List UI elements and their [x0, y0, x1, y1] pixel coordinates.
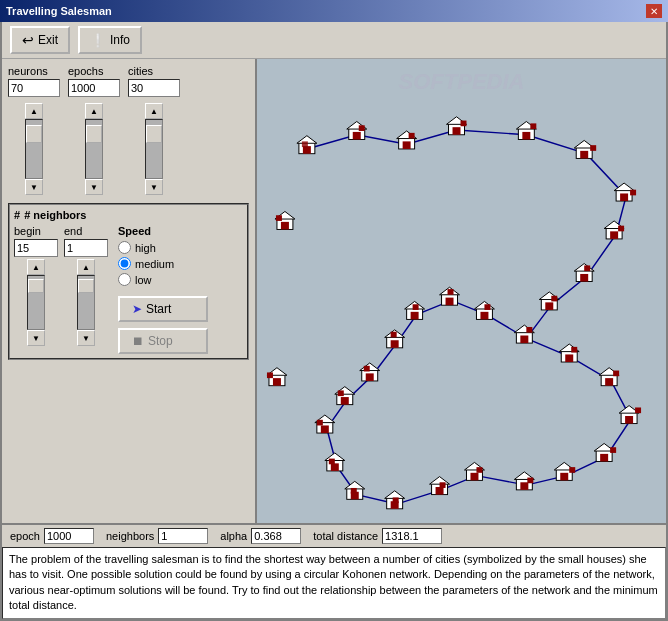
svg-rect-79 [351, 488, 357, 494]
svg-rect-91 [476, 467, 482, 473]
begin-scroller: ▲ ▼ [14, 259, 58, 346]
epoch-value[interactable] [44, 528, 94, 544]
svg-rect-110 [605, 378, 613, 386]
city-18 [315, 415, 335, 433]
city-24 [514, 472, 534, 490]
svg-rect-63 [364, 366, 370, 372]
neighbors-title: # # neighbors [14, 209, 243, 221]
city-22 [430, 477, 450, 495]
epoch-field: epoch [10, 528, 94, 544]
exit-button[interactable]: ↩ Exit [10, 26, 70, 54]
svg-rect-62 [366, 373, 374, 381]
city-7 [614, 183, 636, 201]
speed-medium-radio[interactable] [118, 257, 131, 270]
svg-rect-58 [391, 340, 399, 348]
neighbors-status-value[interactable] [158, 528, 208, 544]
epochs-down-button[interactable]: ▼ [85, 179, 103, 195]
epochs-label: epochs [68, 65, 120, 77]
neurons-track [25, 119, 43, 179]
svg-rect-86 [436, 487, 444, 495]
svg-rect-71 [317, 420, 323, 426]
svg-rect-30 [610, 231, 618, 239]
city-5 [516, 121, 536, 139]
speed-title: Speed [118, 225, 208, 237]
svg-rect-83 [393, 497, 399, 503]
svg-marker-85 [430, 477, 450, 485]
alpha-value[interactable] [251, 528, 301, 544]
action-buttons: ➤ Start ⏹ Stop [118, 296, 208, 354]
title-bar: Travelling Salesman ✕ [0, 0, 668, 22]
city-20 [345, 481, 365, 499]
svg-rect-2 [303, 146, 311, 154]
begin-input[interactable] [14, 239, 58, 257]
total-distance-value[interactable] [382, 528, 442, 544]
svg-rect-35 [584, 265, 590, 271]
bottom-section: epoch neighbors alpha total distance The… [2, 523, 666, 619]
svg-rect-107 [635, 407, 641, 413]
svg-rect-22 [580, 151, 588, 159]
neighbors-section: # # neighbors begin ▲ ▼ [8, 203, 249, 360]
status-bar: epoch neighbors alpha total distance [2, 523, 666, 547]
svg-rect-66 [341, 397, 349, 405]
speed-section: Speed high medium low [118, 225, 208, 354]
neurons-label: neurons [8, 65, 60, 77]
svg-rect-99 [569, 467, 575, 473]
svg-rect-46 [480, 312, 488, 320]
speed-medium-option[interactable]: medium [118, 257, 208, 270]
epochs-group: epochs [68, 65, 120, 97]
neurons-group: neurons [8, 65, 60, 97]
content-area: neurons epochs cities ▲ [2, 59, 666, 523]
neurons-down-button[interactable]: ▼ [25, 179, 43, 195]
info-button[interactable]: ❕ Info [78, 26, 142, 54]
neurons-up-button[interactable]: ▲ [25, 103, 43, 119]
neurons-input[interactable] [8, 79, 60, 97]
begin-down-button[interactable]: ▼ [27, 330, 45, 346]
epochs-input[interactable] [68, 79, 120, 97]
canvas-area: SOFTPEDIA [257, 59, 666, 523]
end-thumb [78, 279, 94, 293]
city-29 [559, 344, 579, 362]
start-button[interactable]: ➤ Start [118, 296, 208, 322]
city-9 [574, 264, 594, 282]
cities-label: cities [128, 65, 180, 77]
begin-up-button[interactable]: ▲ [27, 259, 45, 275]
svg-rect-119 [276, 215, 282, 221]
city-1 [297, 136, 317, 154]
end-label: end [64, 225, 108, 237]
neighbors-inputs-row: begin ▲ ▼ end [14, 225, 243, 354]
svg-rect-102 [600, 454, 608, 462]
svg-rect-39 [551, 296, 557, 302]
svg-rect-6 [353, 132, 361, 140]
city-13 [440, 287, 460, 305]
speed-low-option[interactable]: low [118, 273, 208, 286]
end-up-button[interactable]: ▲ [77, 259, 95, 275]
left-panel: neurons epochs cities ▲ [2, 59, 257, 523]
speed-radio-group: high medium low [118, 241, 208, 286]
stop-button[interactable]: ⏹ Stop [118, 328, 208, 354]
svg-marker-65 [335, 387, 355, 395]
svg-rect-59 [391, 332, 397, 338]
svg-rect-27 [630, 190, 636, 196]
end-down-button[interactable]: ▼ [77, 330, 95, 346]
city-21 [385, 491, 405, 509]
close-button[interactable]: ✕ [646, 4, 662, 18]
cities-up-button[interactable]: ▲ [145, 103, 163, 119]
svg-rect-7 [359, 125, 365, 131]
speed-high-radio[interactable] [118, 241, 131, 254]
cities-input[interactable] [128, 79, 180, 97]
exit-icon: ↩ [22, 32, 34, 48]
end-input[interactable] [64, 239, 108, 257]
epochs-up-button[interactable]: ▲ [85, 103, 103, 119]
svg-rect-14 [453, 127, 461, 135]
speed-low-radio[interactable] [118, 273, 131, 286]
city-17 [335, 387, 355, 405]
city-31 [267, 368, 287, 386]
svg-rect-122 [273, 378, 281, 386]
svg-rect-111 [613, 371, 619, 377]
city-25 [554, 462, 575, 480]
hash-icon: # [14, 209, 20, 221]
params-row: neurons epochs cities [8, 65, 249, 97]
speed-high-option[interactable]: high [118, 241, 208, 254]
cities-down-button[interactable]: ▼ [145, 179, 163, 195]
svg-rect-115 [571, 347, 577, 353]
